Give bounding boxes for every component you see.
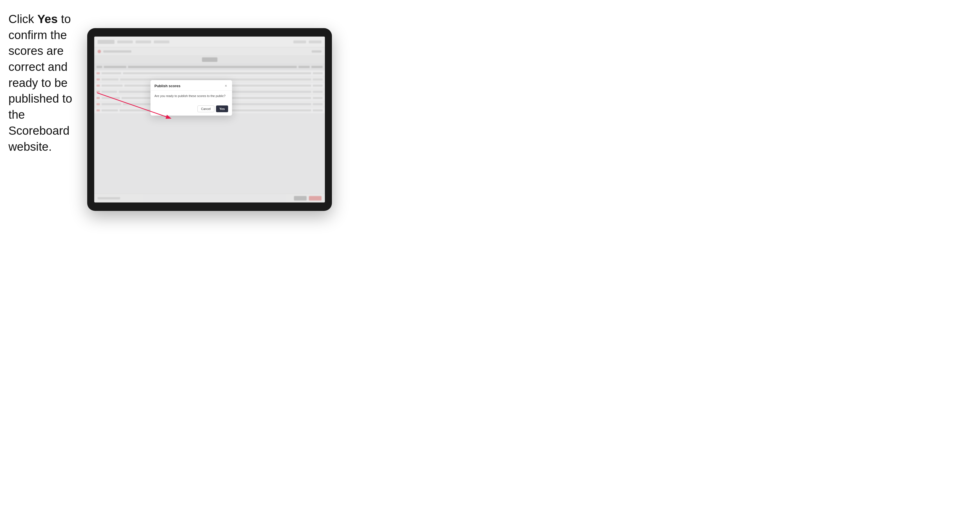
modal-header: Publish scores × bbox=[151, 80, 232, 90]
instruction-text: Click Yes to confirm the scores are corr… bbox=[8, 11, 87, 155]
tablet-device: Publish scores × Are you ready to publis… bbox=[87, 28, 332, 211]
tablet-screen: Publish scores × Are you ready to publis… bbox=[94, 37, 325, 203]
modal-footer: Cancel Yes bbox=[151, 105, 232, 116]
modal-body: Are you ready to publish these scores to… bbox=[151, 90, 232, 105]
instruction-bold: Yes bbox=[37, 13, 58, 25]
modal-overlay bbox=[94, 37, 325, 203]
publish-scores-dialog: Publish scores × Are you ready to publis… bbox=[151, 80, 232, 116]
modal-title: Publish scores bbox=[154, 84, 180, 88]
cancel-button[interactable]: Cancel bbox=[197, 105, 214, 112]
close-icon[interactable]: × bbox=[224, 84, 228, 88]
modal-message: Are you ready to publish these scores to… bbox=[154, 94, 228, 98]
yes-button[interactable]: Yes bbox=[216, 105, 228, 112]
